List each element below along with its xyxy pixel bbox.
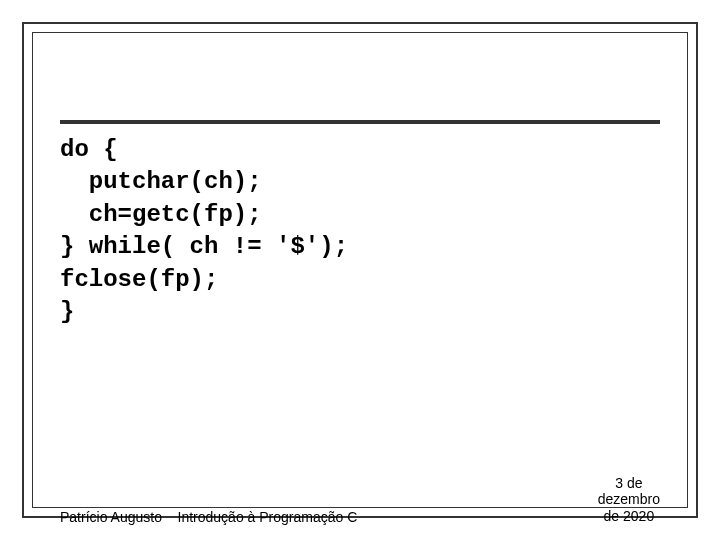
code-block: do { putchar(ch); ch=getc(fp); } while( … [60,134,660,328]
code-line-6: } [60,298,74,325]
footer-author: Patrício Augusto [60,509,162,525]
divider-line [60,120,660,124]
code-line-5: fclose(fp); [60,266,218,293]
code-line-4: } while( ch != '$'); [60,233,348,260]
code-line-3: ch=getc(fp); [60,201,262,228]
footer-left: Patrício Augusto Introdução à Programaçã… [60,509,357,525]
code-line-2: putchar(ch); [60,168,262,195]
code-line-1: do { [60,136,118,163]
footer-date-3: de 2020 [604,508,655,524]
footer-date-1: 3 de [615,475,642,491]
footer-title: Introdução à Programação C [178,509,358,525]
footer: Patrício Augusto Introdução à Programaçã… [60,475,660,525]
content-area: do { putchar(ch); ch=getc(fp); } while( … [60,60,660,485]
footer-date: 3 de dezembro de 2020 [598,475,660,525]
footer-date-2: dezembro [598,491,660,507]
